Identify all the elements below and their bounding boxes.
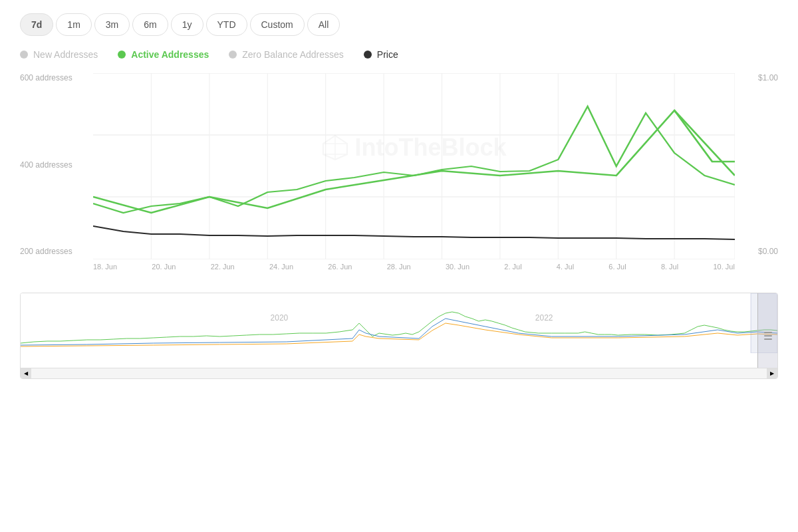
btn-1m[interactable]: 1m [56, 13, 91, 36]
x-label-10: 8. Jul [661, 263, 678, 271]
legend-label-zero-balance: Zero Balance Addresses [242, 49, 344, 60]
legend-dot-price [364, 51, 372, 59]
x-label-5: 28. Jun [387, 263, 411, 271]
y-label-price-high: $1.00 [738, 73, 778, 82]
legend-dot-new-addresses [20, 51, 28, 59]
legend-dot-zero-balance [229, 51, 237, 59]
svg-rect-19 [21, 293, 777, 353]
btn-all[interactable]: All [307, 13, 340, 36]
x-label-1: 20. Jun [152, 263, 176, 271]
chart-legend: New Addresses Active Addresses Zero Bala… [20, 49, 778, 60]
x-axis-labels: 18. Jun 20. Jun 22. Jun 24. Jun 26. Jun … [93, 263, 735, 286]
btn-7d[interactable]: 7d [20, 13, 53, 36]
btn-3m[interactable]: 3m [94, 13, 130, 36]
x-label-2: 22. Jun [211, 263, 235, 271]
y-label-200: 200 addresses [20, 247, 93, 256]
btn-custom[interactable]: Custom [250, 13, 305, 36]
legend-label-active-addresses: Active Addresses [131, 49, 209, 60]
y-label-400: 400 addresses [20, 160, 93, 170]
x-label-9: 6. Jul [608, 263, 626, 271]
scroll-right-button[interactable]: ▶ [767, 368, 777, 379]
y-axis-right: $1.00 $0.00 [738, 73, 778, 259]
x-label-3: 24. Jun [269, 263, 293, 271]
navigator-year-2020: 2020 [271, 313, 289, 323]
handle-grip [764, 332, 772, 340]
x-label-6: 30. Jun [446, 263, 469, 271]
scroll-left-button[interactable]: ◀ [21, 368, 31, 379]
x-label-7: 2. Jul [504, 263, 521, 271]
x-label-11: 10. Jul [713, 263, 734, 271]
navigator-chart[interactable]: 2020 2022 ◀ ▶ [20, 293, 778, 379]
x-label-4: 26. Jun [328, 263, 352, 271]
btn-6m[interactable]: 6m [132, 13, 168, 36]
legend-dot-active-addresses [118, 51, 126, 59]
y-label-price-low: $0.00 [738, 247, 778, 256]
navigator-scrollbar[interactable]: ◀ ▶ [21, 368, 777, 378]
navigator-handle[interactable] [757, 293, 777, 378]
scroll-track[interactable] [31, 368, 767, 378]
btn-1y[interactable]: 1y [171, 13, 203, 36]
btn-ytd[interactable]: YTD [206, 13, 247, 36]
handle-line-3 [764, 338, 772, 340]
legend-label-price: Price [377, 49, 398, 60]
legend-price[interactable]: Price [364, 49, 398, 60]
navigator-year-2022: 2022 [535, 313, 553, 323]
handle-line-1 [764, 332, 772, 333]
legend-zero-balance[interactable]: Zero Balance Addresses [229, 49, 344, 60]
y-axis-left: 600 addresses 400 addresses 200 addresse… [20, 73, 93, 259]
legend-new-addresses[interactable]: New Addresses [20, 49, 98, 60]
main-chart: 600 addresses 400 addresses 200 addresse… [20, 73, 778, 286]
legend-label-new-addresses: New Addresses [33, 49, 98, 60]
legend-active-addresses[interactable]: Active Addresses [118, 49, 209, 60]
y-label-600: 600 addresses [20, 73, 93, 82]
price-line [93, 226, 735, 239]
chart-svg-area: IntoTheBlock [93, 73, 735, 259]
x-label-0: 18. Jun [93, 263, 117, 271]
time-range-selector: 7d 1m 3m 6m 1y YTD Custom All [20, 13, 778, 36]
handle-line-2 [764, 335, 772, 336]
x-label-8: 4. Jul [557, 263, 574, 271]
